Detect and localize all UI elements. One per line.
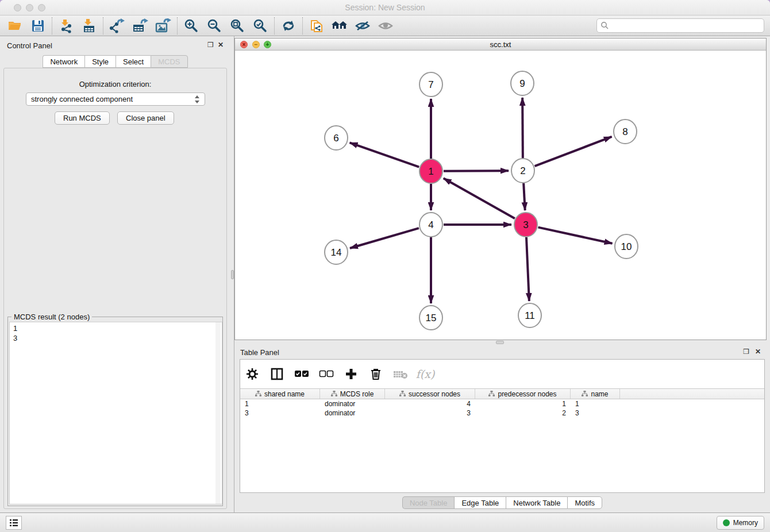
control-panel-header: Control Panel ❒ ✕ [0,36,230,52]
edge-2-3[interactable] [523,183,525,210]
tab-select[interactable]: Select [116,55,151,68]
delete-table-icon-disabled [393,367,408,381]
export-network-icon[interactable] [106,17,129,34]
create-column-icon[interactable] [344,367,359,381]
memory-button[interactable]: Memory [717,516,764,530]
mcds-result-scrollbar[interactable] [215,322,221,504]
search-input[interactable] [609,20,764,32]
tab-network[interactable]: Network [43,55,84,68]
tab-edge-table[interactable]: Edge Table [454,496,506,509]
column-header-predecessor-nodes[interactable]: predecessor nodes [475,389,571,399]
node-15[interactable]: 15 [419,306,442,330]
table-close-panel-icon[interactable]: ✕ [755,348,761,355]
search-box[interactable] [596,18,764,33]
optimization-criterion-select[interactable]: strongly connected component [26,92,205,106]
tab-style[interactable]: Style [84,55,116,68]
refresh-view-icon[interactable] [277,17,300,34]
open-file-icon[interactable] [3,17,26,34]
node-2[interactable]: 2 [511,159,534,183]
horizontal-splitter-handle[interactable] [496,341,504,344]
run-mcds-button[interactable]: Run MCDS [55,111,110,125]
table-cell[interactable]: 4 [385,399,475,408]
node-10[interactable]: 10 [615,234,638,259]
node-3[interactable]: 3 [514,213,537,237]
table-tabs: Node Table Edge Table Network Table Moti… [234,496,770,509]
node-9[interactable]: 9 [511,71,534,95]
search-icon [600,21,609,30]
edge-2-9[interactable] [522,98,523,158]
save-session-icon[interactable] [26,17,49,34]
node-14[interactable]: 14 [325,240,348,264]
node-11[interactable]: 11 [518,303,541,327]
control-panel-tabs: Network Style Select MCDS [0,55,230,68]
mcds-result-text[interactable]: 1 3 [9,322,222,504]
import-network-icon[interactable] [55,17,78,34]
zoom-in-icon[interactable] [180,17,203,34]
table-body: 1dominator4113dominator323 [240,399,764,418]
delete-column-icon[interactable] [368,367,383,381]
column-header-shared-name[interactable]: shared name [240,389,320,399]
column-type-icon [488,391,495,397]
mcds-result-group: MCDS result (2 nodes) 1 3 [7,317,223,506]
node-1[interactable]: 1 [419,159,442,183]
export-image-icon[interactable] [152,17,175,34]
table-cell[interactable]: 3 [571,408,620,418]
node-7[interactable]: 7 [419,72,442,97]
optimization-criterion-label: Optimization criterion: [4,80,226,88]
table-cell[interactable]: dominator [320,399,385,408]
node-label: 7 [428,79,433,90]
home-layout-icon[interactable] [328,17,351,34]
column-header-name[interactable]: name [571,389,620,399]
hide-graphics-details-icon[interactable] [351,17,374,34]
export-table-icon[interactable] [129,17,152,34]
edge-1-6[interactable] [350,142,419,167]
close-panel-icon[interactable]: ✕ [218,41,224,48]
table-float-panel-icon[interactable]: ❒ [743,348,749,355]
column-header-successor-nodes[interactable]: successor nodes [385,389,475,399]
zoom-selected-icon[interactable] [249,17,272,34]
edge-3-1[interactable] [444,178,515,218]
table-cell[interactable]: 2 [475,408,571,418]
tab-node-table[interactable]: Node Table [402,496,455,509]
copy-network-icon[interactable] [305,17,328,34]
vertical-splitter-handle[interactable] [231,270,234,279]
node-4[interactable]: 4 [419,213,442,237]
table-cell[interactable]: 1 [571,399,620,408]
float-panel-icon[interactable]: ❒ [207,41,214,48]
edge-1-2[interactable] [444,171,509,171]
column-header-MCDS-role[interactable]: MCDS role [320,389,385,399]
table-cell[interactable]: 1 [475,399,571,408]
zoom-fit-icon[interactable] [226,17,249,34]
tab-network-table[interactable]: Network Table [506,496,567,509]
edge-3-10[interactable] [538,228,612,244]
deselect-all-columns-icon[interactable] [319,367,334,381]
table-settings-gear-icon[interactable] [245,367,260,381]
show-column-pane-icon[interactable] [270,367,284,381]
table-row[interactable]: 1dominator411 [240,399,764,408]
zoom-out-icon[interactable] [203,17,226,34]
table-cell[interactable]: dominator [320,408,385,418]
node-6[interactable]: 6 [325,126,348,150]
table-cell[interactable]: 1 [240,399,320,408]
table-row[interactable]: 3dominator323 [240,408,764,418]
tab-motifs[interactable]: Motifs [567,496,602,509]
show-graphics-details-icon[interactable] [374,17,397,34]
edge-3-11[interactable] [526,237,529,301]
edge-2-8[interactable] [535,137,612,166]
node-8[interactable]: 8 [614,119,637,144]
node-table: shared nameMCDS rolesuccessor nodesprede… [240,388,764,418]
table-cell[interactable]: 3 [385,408,475,418]
tab-mcds[interactable]: MCDS [151,55,187,68]
import-table-icon[interactable] [78,17,101,34]
edge-4-14[interactable] [350,228,419,248]
network-window-titlebar[interactable]: × − + scc.txt [235,38,766,51]
window-title: Session: New Session [0,3,770,12]
task-history-button[interactable] [6,516,22,530]
vertical-splitter[interactable] [230,36,234,512]
close-panel-button[interactable]: Close panel [117,111,174,125]
horizontal-splitter[interactable] [234,340,770,345]
network-canvas[interactable]: 7968124314101511 [235,51,766,340]
select-all-columns-icon[interactable] [294,367,309,381]
table-cell[interactable]: 3 [240,408,320,418]
column-type-icon [582,391,588,397]
